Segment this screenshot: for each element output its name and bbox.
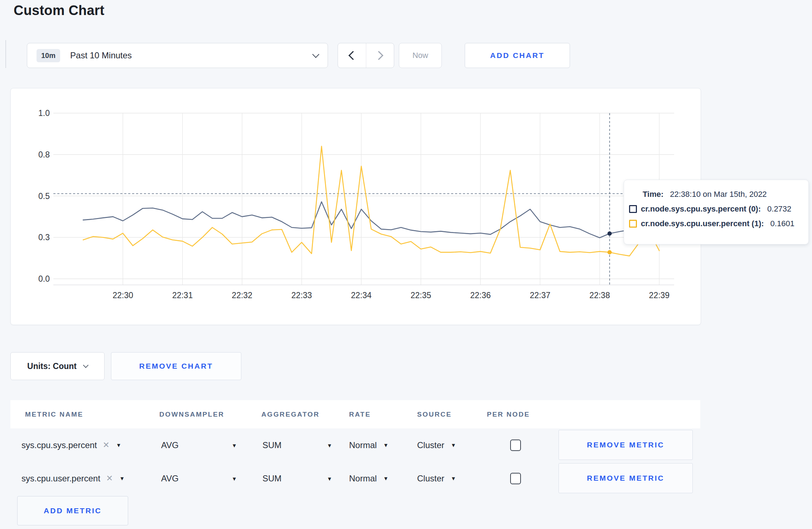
metric-name-label: sys.cpu.sys.percent <box>21 440 97 450</box>
metric-name-select[interactable]: sys.cpu.sys.percent ✕ ▼ <box>21 440 121 450</box>
chevron-down-icon[interactable]: ▼ <box>327 442 332 448</box>
series-line-user-percent <box>83 146 659 256</box>
y-tick-label: 1.0 <box>38 108 50 118</box>
downsampler-select[interactable]: AVG <box>161 440 179 450</box>
metric-name-select[interactable]: sys.cpu.user.percent ✕ ▼ <box>21 474 125 484</box>
x-tick-label: 22:34 <box>351 291 372 300</box>
clear-metric-icon[interactable]: ✕ <box>103 440 110 450</box>
header-source: SOURCE <box>417 411 452 418</box>
tooltip-series-sys-value: 0.2732 <box>767 204 791 214</box>
chart-tooltip: Time: 22:38:10 on Mar 15th, 2022 cr.node… <box>624 180 809 244</box>
aggregator-select[interactable]: SUM <box>262 440 281 450</box>
header-rate: RATE <box>349 411 371 418</box>
y-tick-label: 0.0 <box>38 274 50 283</box>
chevron-down-icon: ▼ <box>451 475 456 481</box>
units-label: Units: Count <box>27 361 77 371</box>
tooltip-time-value: 22:38:10 on Mar 15th, 2022 <box>670 190 767 199</box>
chevron-down-icon[interactable]: ▼ <box>232 475 237 481</box>
timeframe-select[interactable]: 10m Past 10 Minutes <box>27 43 328 68</box>
units-select[interactable]: Units: Count <box>10 352 105 380</box>
source-select[interactable]: Cluster ▼ <box>417 474 456 484</box>
crosshair-marker <box>608 232 612 236</box>
chevron-right-icon <box>374 51 383 60</box>
series-line-sys-percent <box>83 202 659 238</box>
chevron-down-icon: ▼ <box>119 475 125 481</box>
chart-card: 0.00.30.50.81.022:3022:3122:3222:3322:34… <box>10 88 701 325</box>
series-user-swatch-icon <box>629 220 637 228</box>
header-metric-name: METRIC NAME <box>25 411 83 418</box>
per-node-checkbox[interactable] <box>510 473 521 484</box>
chevron-left-icon <box>348 51 357 60</box>
chevron-down-icon: ▼ <box>383 475 388 481</box>
rate-select[interactable]: Normal ▼ <box>349 474 388 484</box>
header-downsampler: DOWNSAMPLER <box>159 411 224 418</box>
tooltip-time-label: Time: <box>643 190 663 199</box>
remove-chart-button[interactable]: REMOVE CHART <box>111 352 241 380</box>
chevron-down-icon[interactable]: ▼ <box>327 475 332 481</box>
chevron-down-icon: ▼ <box>383 442 388 448</box>
table-row: sys.cpu.sys.percent ✕ ▼ AVG ▼ SUM ▼ Norm… <box>10 428 700 462</box>
time-next-button[interactable] <box>366 43 394 68</box>
toolbar-divider <box>5 40 6 68</box>
page-title: Custom Chart <box>14 3 105 18</box>
header-per-node: PER NODE <box>487 411 530 418</box>
crosshair-marker <box>608 250 612 254</box>
header-aggregator: AGGREGATOR <box>261 411 320 418</box>
metrics-chart[interactable]: 0.00.30.50.81.022:3022:3122:3222:3322:34… <box>11 88 701 325</box>
tooltip-series-user-value: 0.1601 <box>770 219 794 228</box>
add-metric-button[interactable]: ADD METRIC <box>17 496 128 525</box>
y-tick-label: 0.8 <box>38 150 50 159</box>
x-tick-label: 22:38 <box>589 291 610 300</box>
x-tick-label: 22:33 <box>291 291 312 300</box>
y-tick-label: 0.5 <box>38 191 50 201</box>
tooltip-series-sys-name: cr.node.sys.cpu.sys.percent (0): <box>641 204 761 214</box>
y-tick-label: 0.3 <box>38 233 50 242</box>
chevron-down-icon: ▼ <box>451 442 456 448</box>
chevron-down-icon <box>83 362 89 368</box>
x-tick-label: 22:31 <box>172 291 193 300</box>
remove-metric-button[interactable]: REMOVE METRIC <box>559 463 693 493</box>
downsampler-value: AVG <box>161 440 179 450</box>
x-tick-label: 22:35 <box>411 291 431 300</box>
timeframe-badge: 10m <box>37 49 60 62</box>
clear-metric-icon[interactable]: ✕ <box>106 474 113 483</box>
rate-value: Normal <box>349 474 377 484</box>
aggregator-select[interactable]: SUM <box>262 474 281 484</box>
series-sys-swatch-icon <box>629 205 637 213</box>
per-node-checkbox[interactable] <box>510 440 521 451</box>
chevron-down-icon <box>312 51 319 58</box>
time-nav-group <box>338 43 394 68</box>
rate-select[interactable]: Normal ▼ <box>349 440 388 450</box>
remove-metric-button[interactable]: REMOVE METRIC <box>559 430 693 460</box>
x-tick-label: 22:30 <box>112 291 133 300</box>
x-tick-label: 22:36 <box>470 291 491 300</box>
source-value: Cluster <box>417 474 444 484</box>
downsampler-value: AVG <box>161 474 179 484</box>
x-tick-label: 22:32 <box>232 291 252 300</box>
source-value: Cluster <box>417 440 444 450</box>
chevron-down-icon: ▼ <box>116 442 121 448</box>
chevron-down-icon[interactable]: ▼ <box>232 442 237 448</box>
tooltip-series-user-name: cr.node.sys.cpu.user.percent (1): <box>641 219 764 228</box>
x-tick-label: 22:39 <box>649 291 670 300</box>
timeframe-label: Past 10 Minutes <box>70 50 132 60</box>
rate-value: Normal <box>349 440 377 450</box>
source-select[interactable]: Cluster ▼ <box>417 440 456 450</box>
add-chart-button[interactable]: ADD CHART <box>465 43 570 68</box>
aggregator-value: SUM <box>262 474 281 484</box>
aggregator-value: SUM <box>262 440 281 450</box>
time-prev-button[interactable] <box>338 43 366 68</box>
now-button[interactable]: Now <box>399 43 442 68</box>
downsampler-select[interactable]: AVG <box>161 474 179 484</box>
x-tick-label: 22:37 <box>530 291 551 300</box>
metrics-table-header: METRIC NAME DOWNSAMPLER AGGREGATOR RATE … <box>10 400 700 428</box>
metric-name-label: sys.cpu.user.percent <box>21 474 100 484</box>
table-row: sys.cpu.user.percent ✕ ▼ AVG ▼ SUM ▼ Nor… <box>10 462 700 495</box>
